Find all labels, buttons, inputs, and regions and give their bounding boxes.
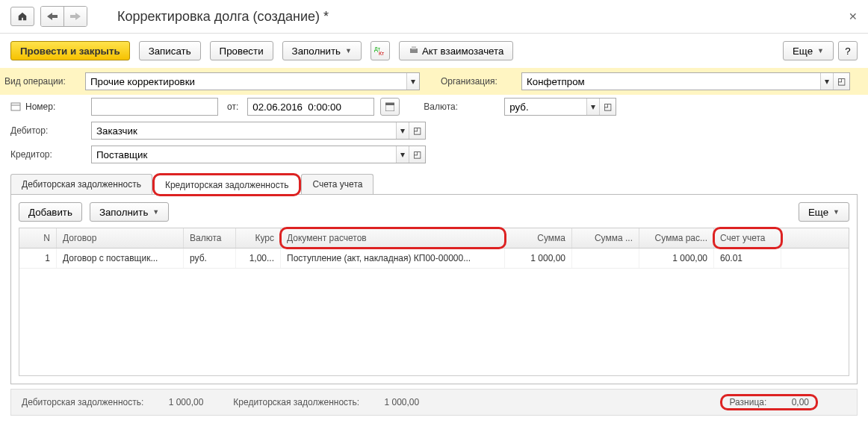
creditor-label: Кредитор: [10,149,85,160]
page-title: Корректировка долга (создание) * [117,9,329,25]
from-label: от: [227,101,238,112]
footer-summary: Дебиторская задолженность: 1 000,00 Кред… [10,389,858,416]
open-icon[interactable]: ◰ [833,73,849,90]
footer-diff-value: 0,00 [792,397,809,407]
fill-rows-label: Заполнить [99,207,148,218]
operation-select[interactable]: ▾ [85,72,420,90]
add-row-button[interactable]: Добавить [19,202,82,222]
org-input[interactable] [522,73,820,90]
debtor-select[interactable]: ▾ ◰ [91,122,426,140]
chevron-down-icon[interactable]: ▾ [820,73,833,90]
footer-debit-value: 1 000,00 [169,397,204,407]
more-label: Еще [793,46,813,57]
th-sum2[interactable]: Сумма ... [572,228,639,248]
credit-table: N Договор Валюта Курс Документ расчетов … [19,228,849,376]
doc-icon [10,102,21,111]
post-and-close-button[interactable]: Провести и закрыть [10,41,130,60]
th-rate[interactable]: Курс [236,228,281,248]
forward-button[interactable] [64,7,87,26]
creditor-input[interactable] [92,146,396,163]
post-button[interactable]: Провести [210,41,273,60]
close-icon[interactable]: ✕ [849,10,858,22]
footer-debit-label: Дебиторская задолженность: [22,397,143,407]
cell-currency: руб. [184,248,236,268]
th-contract[interactable]: Договор [57,228,184,248]
currency-label: Валюта: [424,101,498,112]
cell-n: 1 [19,248,57,268]
open-icon[interactable]: ◰ [409,122,425,139]
table-more-label: Еще [808,207,828,218]
svg-rect-7 [385,103,394,105]
help-button[interactable]: ? [838,41,858,60]
calendar-button[interactable] [380,98,400,116]
debtor-input[interactable] [92,122,396,139]
svg-rect-3 [412,46,416,49]
number-input[interactable] [92,99,217,115]
org-select[interactable]: ▾ ◰ [521,72,850,90]
creditor-select[interactable]: ▾ ◰ [91,146,426,163]
cell-contract: Договор с поставщик... [57,248,184,268]
svg-rect-4 [11,103,20,110]
cell-doc: Поступление (акт, накладная) КП00-00000.… [281,248,505,268]
number-label: Номер: [25,101,55,112]
footer-diff-label: Разница: [729,397,766,407]
th-n[interactable]: N [19,228,57,248]
chevron-down-icon[interactable]: ▾ [586,99,599,115]
printer-icon [409,46,419,55]
offset-act-button[interactable]: Акт взаимозачета [399,41,514,60]
open-icon[interactable]: ◰ [599,99,616,115]
date-field[interactable] [247,98,374,116]
tab-accounts[interactable]: Счета учета [301,174,373,194]
cell-rate: 1,00... [236,248,281,268]
chevron-down-icon: ▼ [817,47,824,54]
cell-sum: 1 000,00 [505,248,572,268]
th-sum[interactable]: Сумма [505,228,572,248]
currency-input[interactable] [505,99,586,115]
date-input[interactable] [248,99,373,115]
fill-rows-button[interactable]: Заполнить ▼ [90,202,169,222]
fill-label: Заполнить [292,46,341,57]
chevron-down-icon[interactable]: ▾ [406,73,419,90]
table-more-button[interactable]: Еще ▼ [799,202,849,222]
chevron-down-icon[interactable]: ▾ [396,146,409,163]
back-button[interactable] [41,7,64,26]
operation-input[interactable] [86,73,406,90]
operation-label: Вид операции: [4,76,79,87]
org-label: Организация: [441,76,515,87]
write-button[interactable]: Записать [139,41,201,60]
tab-credit[interactable]: Кредиторская задолженность [154,175,300,195]
footer-credit-label: Кредиторская задолженность: [233,397,359,407]
debtor-label: Дебитор: [10,125,85,136]
cell-account: 60.01 [714,248,781,268]
th-doc[interactable]: Документ расчетов [281,228,505,248]
svg-text:Кт: Кт [379,51,385,56]
chevron-down-icon: ▼ [833,208,840,216]
cell-sum2 [572,248,639,268]
fill-button[interactable]: Заполнить ▼ [282,41,362,60]
number-field[interactable] [91,98,218,116]
chevron-down-icon: ▼ [152,208,159,216]
more-button[interactable]: Еще ▼ [783,41,834,60]
cell-sum3: 1 000,00 [639,248,714,268]
open-icon[interactable]: ◰ [409,146,425,163]
table-row[interactable]: 1 Договор с поставщик... руб. 1,00... По… [19,248,849,269]
currency-select[interactable]: ▾ ◰ [504,98,616,116]
chevron-down-icon[interactable]: ▾ [396,122,409,139]
home-button[interactable] [10,7,34,26]
footer-credit-value: 1 000,00 [385,397,420,407]
chevron-down-icon: ▼ [345,47,352,54]
dt-kt-icon-button[interactable]: ДтКт [371,41,390,60]
tab-debit[interactable]: Дебиторская задолженность [10,174,152,194]
th-currency[interactable]: Валюта [184,228,236,248]
th-sum3[interactable]: Сумма рас... [639,228,714,248]
th-account[interactable]: Счет учета [714,228,781,248]
calendar-icon [385,102,394,111]
offset-act-label: Акт взаимозачета [422,46,504,57]
